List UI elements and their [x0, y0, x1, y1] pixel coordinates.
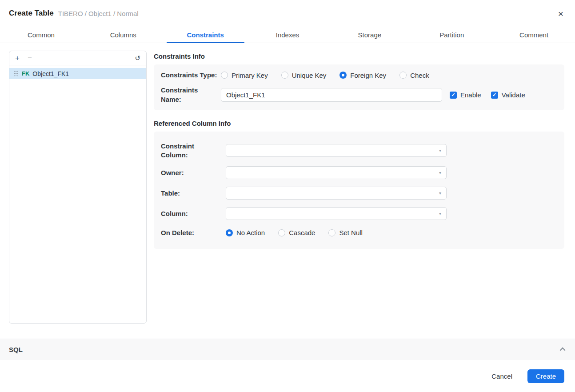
radio-label: Primary Key — [232, 72, 268, 79]
constraint-list-item[interactable]: FK Object1_FK1 — [9, 68, 146, 79]
constraints-info-panel: Constraints Type: Primary Key Unique Key — [154, 64, 564, 110]
constraint-flags: ✓ Enable ✓ Validate — [450, 91, 535, 99]
cancel-button[interactable]: Cancel — [491, 372, 512, 380]
referenced-column-info-heading: Referenced Column Info — [154, 120, 564, 127]
table-label: Table: — [161, 189, 226, 198]
constraints-list-panel: + − ↺ FK Object1_FK1 — [9, 51, 147, 324]
tab-common[interactable]: Common — [0, 27, 82, 43]
tab-bar: Common Columns Constraints Indexes Stora… — [0, 27, 575, 43]
dropdown-caret-icon: ▾ — [439, 191, 441, 196]
on-delete-label: On Delete: — [161, 228, 226, 237]
dropdown-caret-icon: ▾ — [439, 171, 441, 175]
tab-constraints[interactable]: Constraints — [164, 27, 247, 43]
radio-checked-icon — [226, 229, 233, 236]
table-select[interactable]: ▾ — [226, 187, 447, 200]
drag-handle-icon[interactable] — [14, 70, 18, 77]
constraints-name-row: Constraints Name: ✓ Enable ✓ Validate — [161, 86, 557, 104]
radio-set-null[interactable]: Set Null — [328, 229, 363, 236]
tab-indexes[interactable]: Indexes — [247, 27, 329, 43]
radio-icon — [221, 72, 228, 79]
page-title: Create Table — [9, 9, 54, 18]
radio-label: Unique Key — [292, 72, 327, 79]
radio-cascade[interactable]: Cascade — [278, 229, 315, 236]
owner-label: Owner: — [161, 168, 226, 177]
owner-row: Owner: ▾ — [161, 163, 557, 183]
add-constraint-button[interactable]: + — [15, 54, 20, 62]
checkbox-checked-icon: ✓ — [450, 92, 457, 99]
radio-label: Check — [410, 72, 429, 79]
table-row: Table: ▾ — [161, 183, 557, 204]
on-delete-row: On Delete: No Action Cascade Set Null — [161, 224, 557, 242]
checkbox-label: Validate — [502, 91, 525, 99]
referenced-column-info-panel: Constraint Column: ▾ Owner: ▾ Table: ▾ — [154, 132, 564, 249]
constraints-name-label: Constraints Name: — [161, 86, 221, 104]
dialog-footer: Cancel Create — [0, 360, 575, 392]
constraint-column-select[interactable]: ▾ — [226, 144, 447, 157]
constraints-info-heading: Constraints Info — [154, 52, 564, 60]
radio-icon — [281, 72, 288, 79]
radio-label: Foreign Key — [350, 72, 386, 79]
constraints-name-label-text: Constraints Name: — [161, 86, 205, 104]
remove-constraint-button[interactable]: − — [28, 54, 32, 62]
constraint-form: Constraints Info Constraints Type: Prima… — [154, 43, 564, 249]
breadcrumb: TIBERO / Object1 / Normal — [58, 10, 139, 17]
close-icon[interactable]: × — [556, 8, 565, 19]
checkbox-checked-icon: ✓ — [491, 92, 498, 99]
enable-checkbox[interactable]: ✓ Enable — [450, 91, 481, 99]
radio-no-action[interactable]: No Action — [226, 229, 265, 236]
constraint-column-label: Constraint Column: — [161, 142, 226, 160]
radio-label: No Action — [236, 229, 265, 236]
sql-label: SQL — [9, 346, 23, 353]
constraints-type-radio-group: Primary Key Unique Key Foreign Key — [221, 72, 443, 79]
tab-columns[interactable]: Columns — [82, 27, 164, 43]
owner-select[interactable]: ▾ — [226, 166, 447, 179]
constraint-item-name: Object1_FK1 — [32, 70, 69, 77]
on-delete-radio-group: No Action Cascade Set Null — [226, 229, 376, 236]
list-toolbar: + − ↺ — [9, 51, 146, 65]
fk-badge: FK — [22, 70, 29, 77]
tab-storage[interactable]: Storage — [328, 27, 411, 43]
refresh-icon[interactable]: ↺ — [135, 55, 140, 61]
radio-unique-key[interactable]: Unique Key — [281, 72, 327, 79]
constraints-type-label: Constraints Type: — [161, 71, 221, 80]
dialog-header: Create Table TIBERO / Object1 / Normal × — [0, 0, 575, 27]
constraint-column-label-text: Constraint Column: — [161, 142, 205, 160]
create-table-dialog: Create Table TIBERO / Object1 / Normal ×… — [0, 0, 575, 392]
column-select[interactable]: ▾ — [226, 207, 447, 220]
validate-checkbox[interactable]: ✓ Validate — [491, 91, 525, 99]
radio-check[interactable]: Check — [399, 72, 429, 79]
constraint-column-row: Constraint Column: ▾ — [161, 139, 557, 163]
constraints-name-input[interactable] — [221, 88, 442, 102]
sql-section-toggle[interactable]: SQL — [0, 339, 575, 360]
radio-label: Set Null — [339, 229, 363, 236]
tab-comment[interactable]: Comment — [493, 27, 575, 43]
checkbox-label: Enable — [460, 91, 481, 99]
dialog-body: + − ↺ FK Object1_FK1 Constraints Info Co… — [0, 43, 575, 324]
radio-foreign-key[interactable]: Foreign Key — [339, 72, 386, 79]
radio-checked-icon — [339, 72, 347, 79]
chevron-up-icon[interactable] — [560, 348, 566, 353]
column-label: Column: — [161, 209, 226, 218]
constraints-type-row: Constraints Type: Primary Key Unique Key — [161, 71, 557, 80]
dropdown-caret-icon: ▾ — [439, 212, 441, 216]
radio-primary-key[interactable]: Primary Key — [221, 72, 268, 79]
radio-label: Cascade — [289, 229, 315, 236]
dropdown-caret-icon: ▾ — [439, 148, 441, 153]
tab-partition[interactable]: Partition — [411, 27, 493, 43]
radio-icon — [278, 229, 285, 236]
radio-icon — [399, 72, 407, 79]
create-button[interactable]: Create — [527, 369, 564, 383]
radio-icon — [328, 229, 335, 236]
column-row: Column: ▾ — [161, 204, 557, 224]
